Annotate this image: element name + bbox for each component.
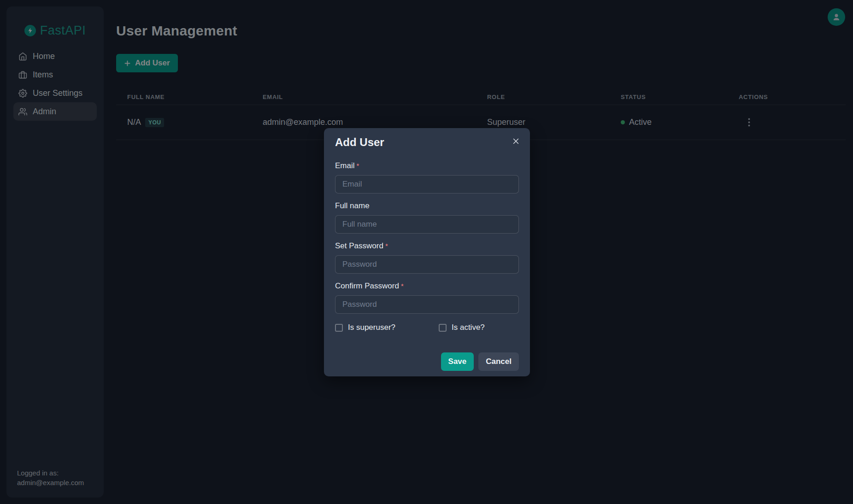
confirm-password-label: Confirm Password* [335, 281, 519, 292]
confirm-password-label-text: Confirm Password [335, 281, 399, 290]
confirm-password-field-group: Confirm Password* [335, 281, 519, 314]
checkbox-row: Is superuser? Is active? [335, 323, 519, 332]
required-asterisk: * [357, 162, 359, 170]
required-asterisk: * [401, 282, 404, 290]
save-button[interactable]: Save [441, 352, 474, 371]
email-label: Email* [335, 160, 519, 171]
full-name-field[interactable] [335, 215, 519, 234]
email-label-text: Email [335, 161, 355, 170]
set-password-label: Set Password* [335, 240, 519, 252]
app-window: FastAPI Home Items User Settings [0, 0, 853, 504]
cancel-button[interactable]: Cancel [478, 352, 519, 371]
email-field[interactable] [335, 175, 519, 193]
is-active-checkbox[interactable]: Is active? [439, 323, 485, 332]
set-password-label-text: Set Password [335, 241, 383, 250]
set-password-field[interactable] [335, 255, 519, 274]
is-superuser-label: Is superuser? [348, 323, 395, 332]
email-field-group: Email* [335, 160, 519, 193]
add-user-modal: Add User Email* Full name Set Password* [324, 128, 530, 376]
checkbox-icon [335, 324, 343, 332]
full-name-field-group: Full name [335, 200, 519, 234]
confirm-password-field[interactable] [335, 295, 519, 314]
set-password-field-group: Set Password* [335, 240, 519, 274]
required-asterisk: * [385, 242, 388, 250]
modal-footer: Save Cancel [335, 352, 519, 371]
checkbox-icon [439, 324, 447, 332]
is-superuser-checkbox[interactable]: Is superuser? [335, 323, 395, 332]
full-name-label: Full name [335, 200, 519, 211]
modal-close-button[interactable] [510, 135, 522, 148]
modal-title: Add User [335, 135, 519, 149]
close-icon [512, 137, 520, 145]
is-active-label: Is active? [452, 323, 485, 332]
full-name-label-text: Full name [335, 201, 370, 210]
